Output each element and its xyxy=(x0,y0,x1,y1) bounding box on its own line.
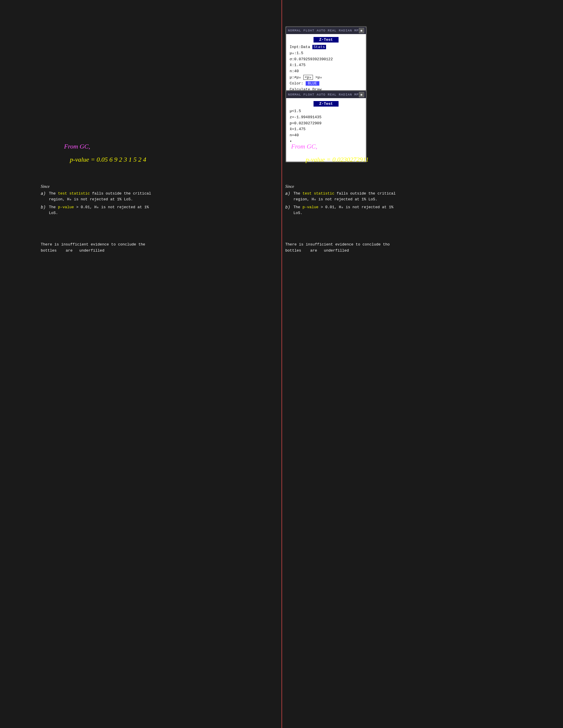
since-label-right: Since xyxy=(285,183,396,190)
calc-line-inpt: Inpt:Data Stats xyxy=(289,44,362,50)
pvalue-right: p-value = 0.0230272911 xyxy=(306,156,369,163)
calculator-screen-2: NORMAL FLOAT AUTO REAL RADIAN MP ▣ Z-Tes… xyxy=(285,90,367,162)
part-a-right: a) The test statistic falls outside the … xyxy=(285,191,396,202)
calc-result-z: z=-1.994891435 xyxy=(289,114,362,121)
calc-line-n: n:40 xyxy=(289,68,362,75)
part-a-label-left: a) xyxy=(41,191,47,202)
from-gc-label-right: From GC, xyxy=(291,143,317,150)
calc-line-mu0: μ₀:1.5 xyxy=(289,50,362,56)
part-a-text-right: The test statistic falls outside the cri… xyxy=(293,191,396,202)
calculator-screen-1: NORMAL FLOAT AUTO REAL RADIAN MP ▣ Z-Tes… xyxy=(285,26,367,96)
calc-title-2: Z-Test xyxy=(313,101,339,107)
calc-line-xbar: x̄:1.475 xyxy=(289,62,362,68)
calc-line-color: Color: BLUE xyxy=(289,81,362,87)
calc-header-text-2: NORMAL FLOAT AUTO REAL RADIAN MP xyxy=(288,93,359,96)
from-gc-label-left: From GC, xyxy=(64,143,90,150)
page-divider xyxy=(282,0,282,728)
pvalue-left: p-value = 0.05 6 9 2 3 1 5 2 4 xyxy=(70,156,146,163)
calc-result-p: p=0.0230272909 xyxy=(289,121,362,127)
calc-result-n: n=40 xyxy=(289,132,362,139)
calc-header-text-1: NORMAL FLOAT AUTO REAL RADIAN MP xyxy=(288,29,359,32)
calc-blue-box: BLUE xyxy=(306,81,319,86)
part-b-right: b) The p-value > 0.01, H₀ is not rejecte… xyxy=(285,204,396,216)
calc-icon-2: ▣ xyxy=(359,92,364,97)
calc-stats-highlight: Stats xyxy=(312,45,326,49)
calc-body-1: Inpt:Data Stats μ₀:1.5 σ:0.0792593923901… xyxy=(289,44,362,93)
calc-mu-selected: <μ₀ xyxy=(303,75,313,80)
part-b-text-right: The p-value > 0.01, H₀ is not rejected a… xyxy=(293,204,396,216)
since-block-right: Since a) The test statistic falls outsid… xyxy=(285,183,396,218)
since-block-left: Since a) The test statistic falls outsid… xyxy=(41,183,151,218)
calc-header-2: NORMAL FLOAT AUTO REAL RADIAN MP ▣ xyxy=(286,91,366,98)
calc-line-mu-options: μ:≠μ₀ <μ₀ >μ₀ xyxy=(289,75,362,81)
part-b-left: b) The p-value > 0.01, H₀ is not rejecte… xyxy=(41,204,151,216)
calc-title-row-2: Z-Test xyxy=(289,100,362,108)
calc-icon-1: ▣ xyxy=(359,28,364,33)
part-a-label-right: a) xyxy=(285,191,291,202)
calc-title-row-1: Z-Test xyxy=(289,36,362,44)
part-b-label-right: b) xyxy=(285,204,291,216)
conclusion-left: There is insufficient evidence to conclu… xyxy=(41,242,151,254)
calc-result-xbar: x̄=1.475 xyxy=(289,126,362,132)
part-b-text-left: The p-value > 0.01, H₀ is not rejected a… xyxy=(49,204,151,216)
calc-result-mu: μ<1.5 xyxy=(289,108,362,114)
conclusion-right: There is insufficient evidence to conclu… xyxy=(285,242,396,254)
calc-title-1: Z-Test xyxy=(313,37,339,43)
calc-line-sigma: σ:0.079259392390122 xyxy=(289,56,362,63)
part-b-label-left: b) xyxy=(41,204,47,216)
calc-body-2: μ<1.5 z=-1.994891435 p=0.0230272909 x̄=1… xyxy=(289,108,362,159)
part-a-left: a) The test statistic falls outside the … xyxy=(41,191,151,202)
part-a-text-left: The test statistic falls outside the cri… xyxy=(49,191,151,202)
calc-header-1: NORMAL FLOAT AUTO REAL RADIAN MP ▣ xyxy=(286,27,366,34)
conclusion-text-right: There is insufficient evidence to conclu… xyxy=(285,242,390,253)
since-label-left: Since xyxy=(41,183,151,190)
conclusion-text-left: There is insufficient evidence to conclu… xyxy=(41,242,145,253)
